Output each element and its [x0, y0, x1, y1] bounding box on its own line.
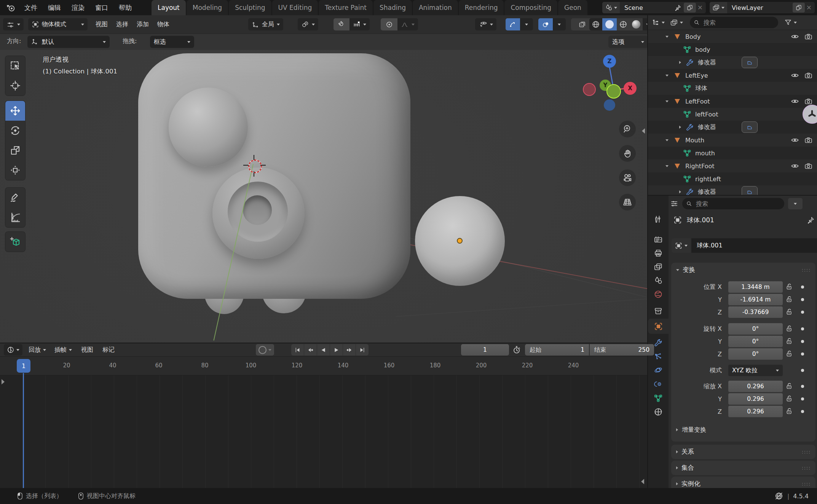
- tab-physics[interactable]: [648, 362, 669, 378]
- animate-dot[interactable]: [801, 340, 804, 343]
- tab-animation[interactable]: Animation: [413, 0, 458, 15]
- gizmo-x-neg-axis[interactable]: [583, 83, 596, 96]
- collections-panel[interactable]: 集合: [671, 461, 815, 475]
- filter-button[interactable]: [784, 19, 797, 26]
- animate-dot[interactable]: [801, 352, 804, 356]
- instancing-panel[interactable]: 实例化: [671, 477, 815, 488]
- tool-rotate[interactable]: [5, 121, 25, 140]
- object-id-dropdown[interactable]: [672, 238, 691, 253]
- drag-dropdown[interactable]: 框选: [150, 36, 194, 48]
- rotation-z-field[interactable]: 0°: [728, 348, 783, 360]
- outliner-row-collection-rightfoot[interactable]: RightFoot: [648, 159, 817, 172]
- lock-icon[interactable]: [785, 337, 793, 345]
- mode-selector[interactable]: 物体模式: [28, 18, 88, 30]
- menu-view[interactable]: 视图: [91, 21, 112, 29]
- rotation-y-field[interactable]: 0°: [728, 336, 783, 347]
- viewlayer-browse-button[interactable]: [710, 2, 727, 13]
- viewlayer-new-button[interactable]: [793, 3, 805, 13]
- location-y-field[interactable]: -1.6914 m: [728, 294, 783, 305]
- show-overlays-toggle[interactable]: [538, 18, 553, 30]
- blender-logo-icon[interactable]: [6, 3, 16, 13]
- tool-select-box[interactable]: [5, 56, 25, 76]
- viewport-3d[interactable]: 用户透视 (1) Collection | 球体.001: [0, 50, 647, 343]
- tab-tool[interactable]: [648, 212, 669, 227]
- pivot-point-dropdown[interactable]: [298, 18, 318, 30]
- shading-material-button[interactable]: [617, 18, 630, 30]
- lock-icon[interactable]: [785, 283, 793, 291]
- outliner-row-collection-lefteye[interactable]: LeftEye: [648, 69, 817, 82]
- menu-help[interactable]: 帮助: [113, 0, 137, 15]
- gizmo-z-neg-axis[interactable]: [604, 99, 615, 111]
- outliner-row-modifiers[interactable]: 修改器: [648, 185, 817, 195]
- gizmo-z-axis[interactable]: Z: [603, 55, 616, 68]
- hide-eye-icon[interactable]: [791, 162, 799, 170]
- menu-render[interactable]: 渲染: [66, 0, 90, 15]
- outliner-row-mesh-rightleft[interactable]: rightLeft: [648, 172, 817, 185]
- pin-icon[interactable]: [807, 216, 815, 224]
- lock-icon[interactable]: [785, 295, 793, 303]
- pin-icon[interactable]: [674, 4, 681, 11]
- outliner-row-modifiers[interactable]: 修改器: [648, 121, 817, 134]
- orientation-dropdown[interactable]: 默认: [27, 36, 110, 48]
- tab-layout[interactable]: Layout: [152, 0, 186, 15]
- tab-compositing[interactable]: Compositing: [504, 0, 557, 15]
- properties-search-input[interactable]: [695, 200, 780, 208]
- options-dropdown[interactable]: 选项: [608, 36, 648, 48]
- modifier-display-toggle[interactable]: [742, 186, 758, 195]
- shading-solid-button[interactable]: [602, 18, 617, 30]
- menu-object[interactable]: 物体: [153, 21, 174, 29]
- tab-shading[interactable]: Shading: [373, 0, 412, 15]
- end-frame-field[interactable]: 结束250: [590, 344, 654, 356]
- camera-visibility-icon[interactable]: [804, 136, 812, 144]
- transform-panel-title[interactable]: 变换: [683, 266, 798, 274]
- tab-object[interactable]: [648, 319, 669, 334]
- modifier-display-toggle[interactable]: [742, 57, 758, 68]
- animate-dot[interactable]: [801, 327, 804, 330]
- display-mode-button[interactable]: [670, 19, 683, 27]
- animate-dot[interactable]: [801, 385, 804, 388]
- hide-eye-icon[interactable]: [791, 71, 799, 80]
- pan-button[interactable]: [619, 145, 636, 162]
- tab-geometry-nodes[interactable]: Geon: [558, 0, 587, 15]
- panel-collapse-arrow[interactable]: [676, 269, 679, 271]
- navigation-gizmo[interactable]: Z X Y: [579, 54, 643, 115]
- tool-cursor[interactable]: [5, 76, 25, 96]
- show-gizmo-toggle[interactable]: [506, 18, 520, 30]
- lock-icon[interactable]: [785, 350, 793, 358]
- visibility-dropdown[interactable]: [475, 18, 496, 30]
- outliner-row-mesh-mouth[interactable]: mouth: [648, 147, 817, 159]
- scene-unlink-icon[interactable]: ✕: [697, 4, 703, 11]
- lock-icon[interactable]: [785, 325, 793, 333]
- current-frame-field[interactable]: 1: [461, 344, 509, 356]
- lock-icon[interactable]: [785, 395, 793, 403]
- tab-output[interactable]: [648, 246, 669, 261]
- outliner-row-collection-leftfoot[interactable]: LeftFoot: [648, 95, 817, 108]
- tab-scene[interactable]: [648, 273, 669, 288]
- outliner-row-mesh-leftfoot[interactable]: leftFoot: [648, 108, 817, 121]
- menu-file[interactable]: 文件: [19, 0, 43, 15]
- scale-z-field[interactable]: 0.296: [728, 406, 783, 417]
- tool-dropdown-button[interactable]: [3, 18, 24, 30]
- menu-select[interactable]: 选择: [112, 21, 132, 29]
- jump-to-end-button[interactable]: [356, 344, 369, 356]
- tab-modeling[interactable]: Modeling: [187, 0, 228, 15]
- scene-browse-button[interactable]: [602, 2, 620, 13]
- sidebar-collapse-arrow[interactable]: [642, 128, 645, 134]
- delta-transform-subpanel[interactable]: 增量变换: [676, 424, 706, 435]
- camera-visibility-icon[interactable]: [804, 162, 812, 170]
- outliner-row-mesh-body[interactable]: body: [648, 43, 817, 56]
- gizmo-dropdown[interactable]: [520, 18, 533, 30]
- gizmo-y-neg-axis[interactable]: [606, 84, 621, 99]
- scale-y-field[interactable]: 0.296: [728, 393, 783, 405]
- outliner-row-collection-mouth[interactable]: Mouth: [648, 134, 817, 147]
- animate-dot[interactable]: [801, 369, 804, 372]
- toggle-ortho-button[interactable]: [619, 194, 636, 211]
- tool-add-cube[interactable]: [5, 232, 25, 252]
- location-z-field[interactable]: -0.37669: [728, 306, 783, 318]
- panel-drag-handle[interactable]: [801, 268, 811, 272]
- outliner-row-modifiers[interactable]: 修改器: [648, 56, 817, 69]
- tab-rendering[interactable]: Rendering: [459, 0, 504, 15]
- tab-texture-paint[interactable]: Texture Paint: [319, 0, 373, 15]
- play-reverse-button[interactable]: [317, 344, 330, 356]
- rotation-mode-dropdown[interactable]: XYZ 欧拉: [728, 365, 783, 376]
